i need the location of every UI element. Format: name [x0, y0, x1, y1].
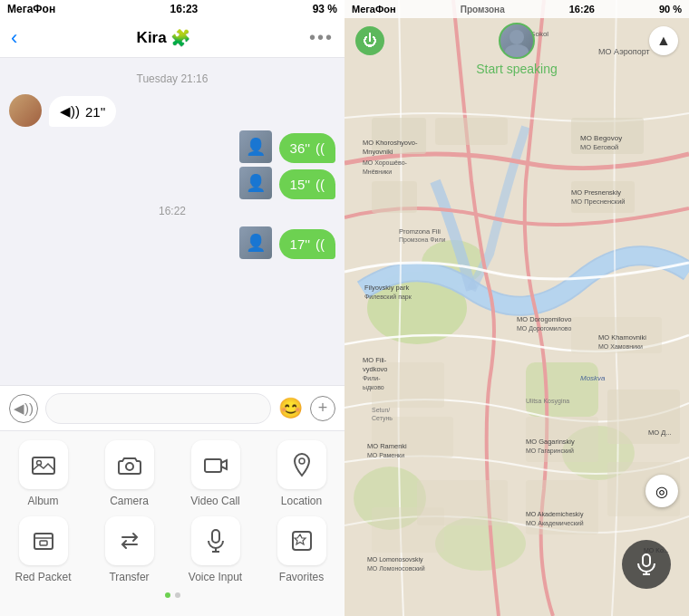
battery-left: 93 %	[313, 3, 337, 15]
videocall-icon-box	[191, 440, 240, 489]
svg-text:MO Khoroshyovo-: MO Khoroshyovo-	[363, 139, 418, 147]
svg-text:МО Хамовники: МО Хамовники	[598, 343, 643, 350]
power-icon: ⏻	[363, 33, 377, 49]
toolbar-item-redpacket[interactable]: Red Packet	[7, 516, 80, 583]
bubble-sent-1: 36'' ((	[279, 133, 335, 163]
svg-text:MO Begovoy: MO Begovoy	[580, 134, 622, 142]
dot-1	[165, 592, 170, 598]
time-left: 16:23	[170, 3, 199, 15]
status-bar-left: МегаФон 16:23 93 %	[0, 0, 344, 18]
voice-input-icon: ◀))	[14, 400, 34, 417]
voiceinput-label: Voice Input	[189, 571, 242, 583]
transfer-label: Transfer	[109, 571, 149, 583]
redpacket-icon-box	[19, 516, 68, 565]
map-mic-button[interactable]	[622, 540, 671, 589]
location-center-button[interactable]: ◎	[645, 475, 678, 507]
more-button[interactable]: •••	[309, 27, 334, 48]
chat-title: Kira 🧩	[137, 28, 190, 48]
message-duration-1: 21''	[85, 104, 105, 120]
svg-text:Мнёвники: Мнёвники	[363, 168, 392, 175]
voice-toggle-button[interactable]: ◀))	[9, 394, 38, 423]
favorites-label: Favorites	[279, 571, 324, 583]
svg-rect-3	[205, 459, 221, 472]
toolbar-item-album[interactable]: Album	[7, 440, 80, 507]
toolbar-row-2: Red Packet Transfer	[0, 516, 344, 583]
user-avatar[interactable]	[499, 23, 535, 59]
timestamp-2: 16:22	[0, 205, 344, 217]
title-emoji: 🧩	[170, 28, 190, 48]
toolbar-item-favorites[interactable]: Favorites	[266, 516, 338, 583]
svg-rect-10	[293, 532, 311, 550]
table-row: 15'' (( 👤	[9, 167, 335, 199]
contact-name: Kira	[137, 29, 167, 47]
table-row: 17'' (( 👤	[9, 226, 335, 259]
bubble-received-1: ◀)) 21''	[49, 96, 116, 127]
input-bar: ◀)) 😊 +	[0, 385, 344, 430]
svg-rect-7	[212, 530, 219, 543]
svg-text:Promzona Fili: Promzona Fili	[399, 227, 441, 236]
svg-text:MO Ramenki: MO Ramenki	[367, 442, 407, 450]
svg-text:МО Академический: МО Академический	[526, 520, 584, 527]
camera-icon-box	[105, 440, 154, 489]
voice-wave-sent-3: ((	[315, 236, 325, 252]
videocall-label: Video Call	[190, 495, 239, 507]
avatar-sent-3: 👤	[239, 226, 272, 259]
promo-text: Промзона	[461, 5, 505, 14]
upload-button[interactable]: ▲	[649, 26, 678, 55]
bubble-sent-2: 15'' ((	[279, 169, 335, 199]
svg-text:MO Khamovniki: MO Khamovniki	[598, 333, 646, 342]
message-duration-4: 17''	[290, 236, 310, 252]
map-controls: ◎	[645, 475, 678, 507]
transfer-icon-box	[105, 516, 154, 565]
svg-text:Ulitsa Kosygina: Ulitsa Kosygina	[526, 398, 569, 405]
svg-rect-14	[526, 362, 598, 417]
voiceinput-icon-box	[191, 516, 240, 565]
location-icon-box	[277, 440, 326, 489]
location-arrow-icon: ◎	[655, 483, 668, 500]
svg-rect-20	[372, 181, 417, 213]
upload-icon: ▲	[656, 33, 671, 49]
page-indicator	[0, 592, 344, 598]
svg-text:Setun/: Setun/	[372, 407, 390, 413]
message-input[interactable]	[45, 393, 271, 424]
redpacket-label: Red Packet	[15, 571, 71, 583]
toolbar-item-location[interactable]: Location	[266, 440, 338, 507]
svg-text:Сетунь: Сетунь	[372, 415, 393, 422]
avatar-sent-2: 👤	[239, 167, 272, 199]
svg-text:Mnyovniki: Mnyovniki	[363, 148, 393, 156]
toolbar-item-camera[interactable]: Camera	[93, 440, 166, 507]
avatar-sent-1: 👤	[239, 130, 272, 163]
svg-text:Фили-: Фили-	[363, 375, 381, 381]
svg-rect-29	[526, 480, 598, 534]
svg-rect-19	[435, 118, 508, 145]
svg-text:MO Akademicheskiy: MO Akademicheskiy	[526, 511, 584, 518]
emoji-button[interactable]: 😊	[278, 397, 303, 420]
svg-text:МО Дорогомилово: МО Дорогомилово	[517, 325, 571, 332]
start-speaking-label: Start speaking	[476, 62, 558, 76]
svg-point-69	[505, 44, 529, 57]
toolbar-row-1: Album Camera Video Call	[0, 440, 344, 507]
toolbar-item-videocall[interactable]: Video Call	[180, 440, 252, 507]
back-button[interactable]: ‹	[11, 26, 17, 50]
voice-wave-sent-2: ((	[315, 177, 325, 192]
svg-text:MO Д...: MO Д...	[648, 428, 672, 437]
message-duration-2: 36''	[290, 140, 310, 156]
carrier-right: МегаФон	[352, 4, 396, 14]
svg-rect-6	[40, 541, 47, 545]
svg-point-2	[126, 463, 133, 470]
svg-text:MO Presnenskiy: MO Presnenskiy	[571, 188, 621, 197]
svg-text:MO Lomonosovskiy: MO Lomonosovskiy	[367, 556, 423, 563]
add-button[interactable]: +	[310, 396, 335, 421]
voice-wave-sent-1: ((	[315, 140, 325, 156]
toolbar-item-transfer[interactable]: Transfer	[93, 516, 166, 583]
chat-area: Tuesday 21:16 ◀)) 21'' 36'' (( 👤 15'' ((…	[0, 58, 344, 385]
svg-text:vydkovo: vydkovo	[363, 365, 388, 373]
toolbar-item-voiceinput[interactable]: Voice Input	[180, 516, 252, 583]
svg-text:MO Dorogomilovo: MO Dorogomilovo	[517, 315, 571, 323]
voice-wave-icon: ◀))	[60, 103, 80, 120]
location-label: Location	[281, 495, 322, 507]
svg-text:Moskva: Moskva	[580, 374, 606, 382]
power-button[interactable]: ⏻	[355, 26, 384, 55]
bubble-sent-3: 17'' ((	[279, 229, 335, 259]
time-right: 16:26	[569, 4, 595, 14]
